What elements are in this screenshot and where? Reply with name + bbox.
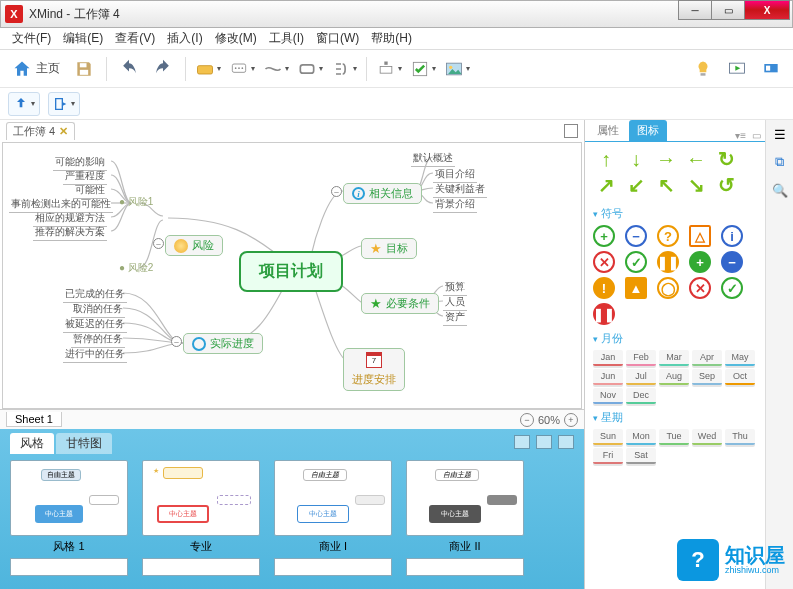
section-week[interactable]: 星期 bbox=[593, 410, 757, 425]
panel-menu-icon[interactable]: ▾≡ bbox=[735, 130, 746, 141]
sym-warn[interactable]: △ bbox=[689, 225, 711, 247]
style-thumb-7[interactable] bbox=[274, 558, 392, 576]
style-thumb-1[interactable]: 自由主题 中心主题 风格 1 bbox=[10, 460, 128, 554]
section-month[interactable]: 月份 bbox=[593, 331, 757, 346]
marker-check-button[interactable] bbox=[409, 55, 437, 83]
month-mar[interactable]: Mar bbox=[659, 350, 689, 366]
week-sun[interactable]: Sun bbox=[593, 429, 623, 445]
arrow-dl-icon[interactable]: ↙ bbox=[623, 174, 649, 196]
menu-window[interactable]: 窗口(W) bbox=[310, 28, 365, 49]
style-thumb-4[interactable]: 自由主题 中心主题 商业 II bbox=[406, 460, 524, 554]
sym-x[interactable]: ✕ bbox=[593, 251, 615, 273]
risk1-label[interactable]: ● 风险1 bbox=[119, 195, 153, 209]
rail-outline-icon[interactable]: ☰ bbox=[770, 124, 790, 144]
arrow-left-icon[interactable]: ← bbox=[683, 148, 709, 170]
leaf-p-4[interactable]: 进行中的任务 bbox=[63, 347, 127, 363]
present-button[interactable] bbox=[723, 55, 751, 83]
week-thu[interactable]: Thu bbox=[725, 429, 755, 445]
sym-plus-f[interactable]: + bbox=[689, 251, 711, 273]
sym-minus-f[interactable]: − bbox=[721, 251, 743, 273]
week-wed[interactable]: Wed bbox=[692, 429, 722, 445]
image-button[interactable] bbox=[443, 55, 471, 83]
home-button[interactable]: 主页 bbox=[8, 55, 64, 83]
zoom-out-button[interactable]: − bbox=[520, 413, 534, 427]
menu-insert[interactable]: 插入(I) bbox=[161, 28, 208, 49]
month-jul[interactable]: Jul bbox=[626, 369, 656, 385]
month-nov[interactable]: Nov bbox=[593, 388, 623, 404]
node-risk[interactable]: 风险 bbox=[165, 235, 223, 256]
style-thumb-2[interactable]: ★ 中心主题 专业 bbox=[142, 460, 260, 554]
sym-plus[interactable]: + bbox=[593, 225, 615, 247]
export-up-button[interactable] bbox=[8, 92, 40, 116]
month-dec[interactable]: Dec bbox=[626, 388, 656, 404]
menu-file[interactable]: 文件(F) bbox=[6, 28, 57, 49]
leaf-p-1[interactable]: 取消的任务 bbox=[71, 302, 125, 318]
sym-warn-f[interactable]: ! bbox=[593, 277, 615, 299]
week-mon[interactable]: Mon bbox=[626, 429, 656, 445]
panel-body[interactable]: ↑ ↓ → ← ↻ ↗ ↙ ↖ ↘ ↺ 符号 + − ? △ i ✕ ✓ ❚❚ bbox=[585, 142, 765, 589]
arrow-dr-icon[interactable]: ↘ bbox=[683, 174, 709, 196]
band-tool-1[interactable] bbox=[514, 435, 530, 449]
undo-button[interactable] bbox=[115, 55, 143, 83]
tab-icons[interactable]: 图标 bbox=[629, 120, 667, 141]
tab-style[interactable]: 风格 bbox=[10, 433, 54, 454]
export-right-button[interactable] bbox=[48, 92, 80, 116]
node-sched[interactable]: 7进度安排 bbox=[343, 348, 405, 391]
node-prog[interactable]: 实际进度 bbox=[183, 333, 263, 354]
arrow-ul-icon[interactable]: ↖ bbox=[653, 174, 679, 196]
expand-risk-icon[interactable]: – bbox=[153, 238, 164, 249]
sym-info[interactable]: i bbox=[721, 225, 743, 247]
arrow-cw-icon[interactable]: ↻ bbox=[713, 148, 739, 170]
month-aug[interactable]: Aug bbox=[659, 369, 689, 385]
tab-properties[interactable]: 属性 bbox=[589, 120, 627, 141]
arrow-up-icon[interactable]: ↑ bbox=[593, 148, 619, 170]
arrow-ur-icon[interactable]: ↗ bbox=[593, 174, 619, 196]
arrow-down-icon[interactable]: ↓ bbox=[623, 148, 649, 170]
relationship-button[interactable] bbox=[262, 55, 290, 83]
canvas-maximize-icon[interactable] bbox=[564, 124, 578, 138]
sym-quest[interactable]: ? bbox=[657, 225, 679, 247]
node-cond[interactable]: ★必要条件 bbox=[361, 293, 439, 314]
month-sep[interactable]: Sep bbox=[692, 369, 722, 385]
risk2-label[interactable]: ● 风险2 bbox=[119, 261, 153, 275]
month-may[interactable]: May bbox=[725, 350, 755, 366]
style-thumb-6[interactable] bbox=[142, 558, 260, 576]
month-feb[interactable]: Feb bbox=[626, 350, 656, 366]
band-tool-3[interactable] bbox=[558, 435, 574, 449]
leaf-info-3[interactable]: 背景介绍 bbox=[433, 197, 477, 213]
leaf-info-2[interactable]: 关键利益者 bbox=[433, 182, 487, 198]
sym-circ-o[interactable]: ◯ bbox=[657, 277, 679, 299]
month-jun[interactable]: Jun bbox=[593, 369, 623, 385]
arrow-ccw-icon[interactable]: ↺ bbox=[713, 174, 739, 196]
rail-zoom-icon[interactable]: 🔍 bbox=[770, 180, 790, 200]
redo-button[interactable] bbox=[149, 55, 177, 83]
panel-min-icon[interactable]: ▭ bbox=[752, 130, 761, 141]
boundary-button[interactable] bbox=[296, 55, 324, 83]
sym-pause-r[interactable]: ❚❚ bbox=[593, 303, 615, 325]
leaf-info-1[interactable]: 项目介绍 bbox=[433, 167, 477, 183]
week-sat[interactable]: Sat bbox=[626, 448, 656, 464]
expand-info-icon[interactable]: – bbox=[331, 186, 342, 197]
month-oct[interactable]: Oct bbox=[725, 369, 755, 385]
drilldown-button[interactable] bbox=[375, 55, 403, 83]
sym-check2[interactable]: ✓ bbox=[721, 277, 743, 299]
save-button[interactable] bbox=[70, 55, 98, 83]
canvas-tab-close-icon[interactable]: ✕ bbox=[59, 125, 68, 138]
band-tool-2[interactable] bbox=[536, 435, 552, 449]
share-button[interactable] bbox=[757, 55, 785, 83]
sym-minus[interactable]: − bbox=[625, 225, 647, 247]
callout-button[interactable] bbox=[228, 55, 256, 83]
node-center[interactable]: 项目计划 bbox=[239, 251, 343, 292]
leaf-p-0[interactable]: 已完成的任务 bbox=[63, 287, 127, 303]
menu-edit[interactable]: 编辑(E) bbox=[57, 28, 109, 49]
maximize-button[interactable]: ▭ bbox=[711, 0, 745, 20]
sym-pause-o[interactable]: ❚❚ bbox=[657, 251, 679, 273]
idea-button[interactable] bbox=[689, 55, 717, 83]
zoom-in-button[interactable]: + bbox=[564, 413, 578, 427]
leaf-cond-1[interactable]: 人员 bbox=[443, 295, 467, 311]
menu-help[interactable]: 帮助(H) bbox=[365, 28, 418, 49]
month-jan[interactable]: Jan bbox=[593, 350, 623, 366]
leaf-p-2[interactable]: 被延迟的任务 bbox=[63, 317, 127, 333]
menu-view[interactable]: 查看(V) bbox=[109, 28, 161, 49]
sheet-tab[interactable]: Sheet 1 bbox=[6, 412, 62, 427]
